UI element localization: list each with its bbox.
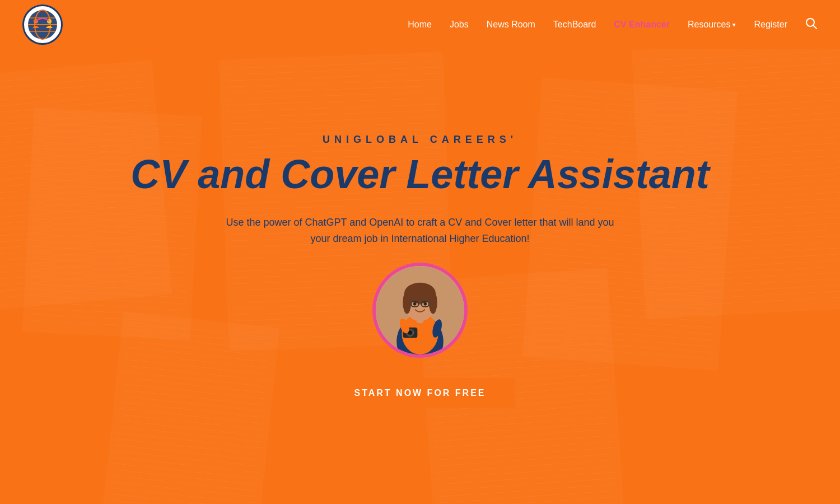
avatar-image	[376, 266, 464, 354]
hero-subtitle: UNIGLOBAL CAREERS'	[323, 134, 517, 146]
search-icon	[805, 17, 818, 30]
logo-icon	[25, 7, 60, 43]
hero-content: UNIGLOBAL CAREERS' CV and Cover Letter A…	[0, 49, 840, 504]
svg-point-15	[403, 291, 411, 314]
logo[interactable]	[22, 4, 63, 45]
svg-point-21	[424, 302, 427, 306]
nav-home[interactable]: Home	[408, 20, 432, 30]
resources-chevron-icon: ▾	[732, 21, 736, 29]
nav-resources[interactable]: Resources ▾	[688, 20, 736, 30]
logo-area[interactable]	[22, 4, 63, 45]
start-now-button[interactable]: START NOW FOR FREE	[325, 378, 515, 408]
nav-cv-enhancer[interactable]: CV Enhancer	[614, 20, 670, 30]
nav-news-room[interactable]: News Room	[487, 20, 535, 30]
avatar	[372, 263, 468, 358]
svg-line-8	[813, 25, 816, 29]
search-button[interactable]	[805, 17, 818, 32]
hero-title: CV and Cover Letter Assistant	[130, 152, 710, 197]
site-header: Home Jobs News Room TechBoard CV Enhance…	[0, 0, 840, 49]
main-nav: Home Jobs News Room TechBoard CV Enhance…	[408, 17, 818, 32]
svg-point-20	[413, 302, 417, 306]
nav-jobs[interactable]: Jobs	[450, 20, 469, 30]
svg-point-16	[429, 291, 437, 314]
nav-techboard[interactable]: TechBoard	[553, 20, 596, 30]
hero-description: Use the power of ChatGPT and OpenAI to c…	[226, 214, 614, 247]
nav-register[interactable]: Register	[754, 20, 787, 30]
